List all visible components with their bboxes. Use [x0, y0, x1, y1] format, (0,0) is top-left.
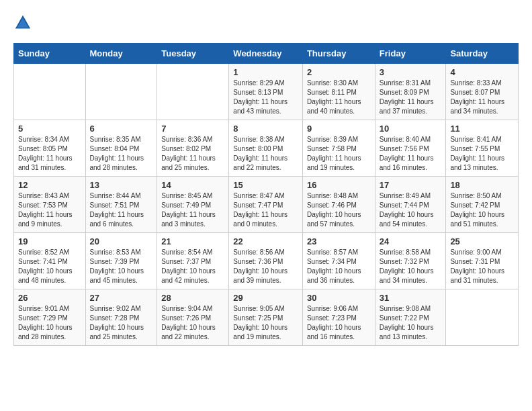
weekday-header: Tuesday — [157, 44, 229, 64]
logo-icon — [13, 13, 32, 32]
calendar-week-row: 1Sunrise: 8:29 AM Sunset: 8:13 PM Daylig… — [14, 64, 519, 120]
day-number: 11 — [450, 124, 514, 134]
day-number: 9 — [307, 124, 371, 134]
day-info: Sunrise: 9:01 AM Sunset: 7:29 PM Dayligh… — [18, 304, 81, 342]
weekday-header: Wednesday — [229, 44, 303, 64]
calendar-cell: 4Sunrise: 8:33 AM Sunset: 8:07 PM Daylig… — [446, 64, 519, 120]
day-info: Sunrise: 8:45 AM Sunset: 7:49 PM Dayligh… — [161, 191, 224, 229]
day-number: 31 — [380, 293, 442, 303]
calendar-cell: 29Sunrise: 9:05 AM Sunset: 7:25 PM Dayli… — [229, 289, 303, 346]
calendar-cell: 19Sunrise: 8:52 AM Sunset: 7:41 PM Dayli… — [14, 233, 86, 289]
day-number: 19 — [18, 236, 81, 246]
day-number: 22 — [233, 236, 298, 246]
day-info: Sunrise: 8:48 AM Sunset: 7:46 PM Dayligh… — [307, 191, 371, 229]
calendar-cell: 5Sunrise: 8:34 AM Sunset: 8:05 PM Daylig… — [14, 120, 86, 177]
day-number: 5 — [18, 124, 81, 134]
day-info: Sunrise: 8:56 AM Sunset: 7:36 PM Dayligh… — [233, 248, 298, 285]
page-header — [13, 13, 519, 32]
day-number: 13 — [90, 180, 153, 190]
day-number: 27 — [90, 293, 153, 303]
day-info: Sunrise: 8:29 AM Sunset: 8:13 PM Dayligh… — [233, 79, 298, 116]
calendar-cell: 23Sunrise: 8:57 AM Sunset: 7:34 PM Dayli… — [302, 233, 375, 289]
weekday-header: Sunday — [14, 44, 86, 64]
day-info: Sunrise: 8:33 AM Sunset: 8:07 PM Dayligh… — [450, 79, 514, 116]
day-number: 28 — [161, 293, 224, 303]
calendar-cell: 10Sunrise: 8:40 AM Sunset: 7:56 PM Dayli… — [375, 120, 446, 177]
day-number: 2 — [307, 67, 371, 77]
day-info: Sunrise: 8:58 AM Sunset: 7:32 PM Dayligh… — [380, 248, 442, 285]
day-info: Sunrise: 8:47 AM Sunset: 7:47 PM Dayligh… — [233, 191, 298, 229]
day-info: Sunrise: 8:39 AM Sunset: 7:58 PM Dayligh… — [307, 135, 371, 173]
calendar-cell: 17Sunrise: 8:49 AM Sunset: 7:44 PM Dayli… — [375, 177, 446, 233]
day-info: Sunrise: 8:30 AM Sunset: 8:11 PM Dayligh… — [307, 79, 371, 116]
calendar-week-row: 26Sunrise: 9:01 AM Sunset: 7:29 PM Dayli… — [14, 289, 519, 346]
calendar-cell: 13Sunrise: 8:44 AM Sunset: 7:51 PM Dayli… — [85, 177, 157, 233]
day-info: Sunrise: 8:50 AM Sunset: 7:42 PM Dayligh… — [450, 191, 514, 229]
day-info: Sunrise: 9:02 AM Sunset: 7:28 PM Dayligh… — [90, 304, 153, 342]
calendar-week-row: 5Sunrise: 8:34 AM Sunset: 8:05 PM Daylig… — [14, 120, 519, 177]
day-info: Sunrise: 8:36 AM Sunset: 8:02 PM Dayligh… — [161, 135, 224, 173]
calendar-cell — [157, 64, 229, 120]
calendar-cell: 26Sunrise: 9:01 AM Sunset: 7:29 PM Dayli… — [14, 289, 86, 346]
day-info: Sunrise: 8:53 AM Sunset: 7:39 PM Dayligh… — [90, 248, 153, 285]
calendar-week-row: 19Sunrise: 8:52 AM Sunset: 7:41 PM Dayli… — [14, 233, 519, 289]
day-info: Sunrise: 8:41 AM Sunset: 7:55 PM Dayligh… — [450, 135, 514, 173]
day-number: 4 — [450, 67, 514, 77]
calendar-table: SundayMondayTuesdayWednesdayThursdayFrid… — [13, 43, 519, 346]
day-number: 29 — [233, 293, 298, 303]
day-number: 10 — [380, 124, 442, 134]
day-number: 16 — [307, 180, 371, 190]
day-info: Sunrise: 8:57 AM Sunset: 7:34 PM Dayligh… — [307, 248, 371, 285]
calendar-cell: 30Sunrise: 9:06 AM Sunset: 7:23 PM Dayli… — [302, 289, 375, 346]
day-number: 30 — [307, 293, 371, 303]
day-number: 6 — [90, 124, 153, 134]
day-number: 1 — [233, 67, 298, 77]
calendar-cell — [85, 64, 157, 120]
day-number: 26 — [18, 293, 81, 303]
calendar-cell: 15Sunrise: 8:47 AM Sunset: 7:47 PM Dayli… — [229, 177, 303, 233]
day-info: Sunrise: 9:05 AM Sunset: 7:25 PM Dayligh… — [233, 304, 298, 342]
day-info: Sunrise: 8:44 AM Sunset: 7:51 PM Dayligh… — [90, 191, 153, 229]
day-number: 15 — [233, 180, 298, 190]
day-number: 7 — [161, 124, 224, 134]
day-number: 21 — [161, 236, 224, 246]
day-number: 17 — [380, 180, 442, 190]
calendar-cell: 16Sunrise: 8:48 AM Sunset: 7:46 PM Dayli… — [302, 177, 375, 233]
day-info: Sunrise: 8:49 AM Sunset: 7:44 PM Dayligh… — [380, 191, 442, 229]
day-info: Sunrise: 8:35 AM Sunset: 8:04 PM Dayligh… — [90, 135, 153, 173]
day-number: 20 — [90, 236, 153, 246]
day-info: Sunrise: 8:31 AM Sunset: 8:09 PM Dayligh… — [380, 79, 442, 116]
logo — [13, 13, 35, 32]
calendar-cell — [446, 289, 519, 346]
calendar-cell: 7Sunrise: 8:36 AM Sunset: 8:02 PM Daylig… — [157, 120, 229, 177]
day-info: Sunrise: 8:40 AM Sunset: 7:56 PM Dayligh… — [380, 135, 442, 173]
calendar-cell: 3Sunrise: 8:31 AM Sunset: 8:09 PM Daylig… — [375, 64, 446, 120]
calendar-cell: 21Sunrise: 8:54 AM Sunset: 7:37 PM Dayli… — [157, 233, 229, 289]
day-number: 24 — [380, 236, 442, 246]
calendar-cell: 28Sunrise: 9:04 AM Sunset: 7:26 PM Dayli… — [157, 289, 229, 346]
day-number: 18 — [450, 180, 514, 190]
calendar-cell: 14Sunrise: 8:45 AM Sunset: 7:49 PM Dayli… — [157, 177, 229, 233]
calendar-cell: 2Sunrise: 8:30 AM Sunset: 8:11 PM Daylig… — [302, 64, 375, 120]
day-number: 12 — [18, 180, 81, 190]
calendar-cell: 12Sunrise: 8:43 AM Sunset: 7:53 PM Dayli… — [14, 177, 86, 233]
calendar-cell: 24Sunrise: 8:58 AM Sunset: 7:32 PM Dayli… — [375, 233, 446, 289]
calendar-cell — [14, 64, 86, 120]
calendar-week-row: 12Sunrise: 8:43 AM Sunset: 7:53 PM Dayli… — [14, 177, 519, 233]
calendar-cell: 11Sunrise: 8:41 AM Sunset: 7:55 PM Dayli… — [446, 120, 519, 177]
day-info: Sunrise: 9:04 AM Sunset: 7:26 PM Dayligh… — [161, 304, 224, 342]
day-info: Sunrise: 9:08 AM Sunset: 7:22 PM Dayligh… — [380, 304, 442, 342]
calendar-cell: 27Sunrise: 9:02 AM Sunset: 7:28 PM Dayli… — [85, 289, 157, 346]
calendar-cell: 9Sunrise: 8:39 AM Sunset: 7:58 PM Daylig… — [302, 120, 375, 177]
calendar-cell: 6Sunrise: 8:35 AM Sunset: 8:04 PM Daylig… — [85, 120, 157, 177]
day-number: 14 — [161, 180, 224, 190]
calendar-cell: 31Sunrise: 9:08 AM Sunset: 7:22 PM Dayli… — [375, 289, 446, 346]
day-info: Sunrise: 9:06 AM Sunset: 7:23 PM Dayligh… — [307, 304, 371, 342]
calendar-cell: 20Sunrise: 8:53 AM Sunset: 7:39 PM Dayli… — [85, 233, 157, 289]
day-info: Sunrise: 8:52 AM Sunset: 7:41 PM Dayligh… — [18, 248, 81, 285]
day-info: Sunrise: 8:38 AM Sunset: 8:00 PM Dayligh… — [233, 135, 298, 173]
day-number: 8 — [233, 124, 298, 134]
calendar-cell: 22Sunrise: 8:56 AM Sunset: 7:36 PM Dayli… — [229, 233, 303, 289]
weekday-header: Friday — [375, 44, 446, 64]
day-info: Sunrise: 8:43 AM Sunset: 7:53 PM Dayligh… — [18, 191, 81, 229]
